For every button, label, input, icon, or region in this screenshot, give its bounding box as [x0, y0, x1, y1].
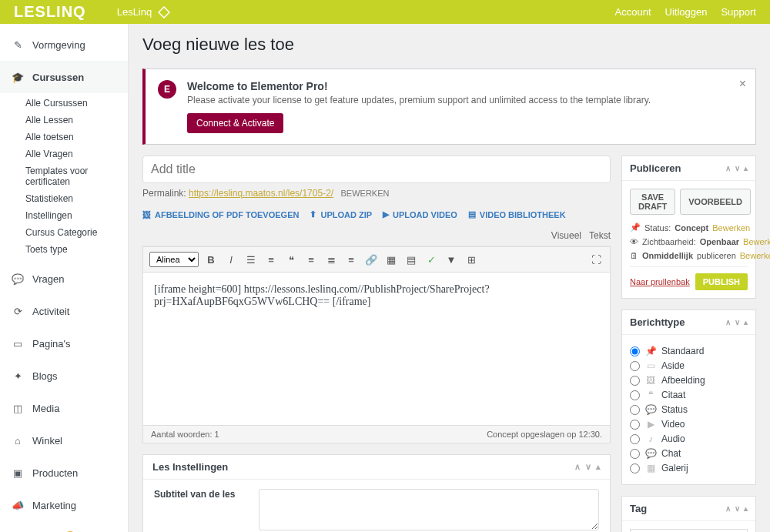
sidebar-item-media[interactable]: ◫Media	[0, 392, 128, 424]
format-quote[interactable]	[630, 390, 640, 400]
sidebar-item-producten[interactable]: ▣Producten	[0, 457, 128, 489]
status-icon: 💬	[644, 403, 657, 416]
sidebar-item-vormgeving[interactable]: ✎ Vormgeving	[0, 28, 128, 61]
schedule-edit[interactable]: Bewerken	[740, 251, 770, 260]
pin-format-icon: 📌	[644, 345, 657, 357]
format-gallery[interactable]	[630, 463, 640, 473]
account-link[interactable]: Account	[615, 6, 651, 18]
format-standard[interactable]	[630, 346, 640, 356]
upload-icon: ⬆	[310, 209, 316, 219]
audio-icon: ♪	[644, 433, 657, 445]
permalink-url[interactable]: https://leslinq.maatos.nl/les/1705-2/	[189, 188, 333, 199]
trash-link[interactable]: Naar prullenbak	[630, 277, 690, 286]
preview-button[interactable]: VOORBEELD	[680, 189, 751, 215]
publish-button[interactable]: PUBLISH	[695, 273, 748, 290]
panel-up-icon[interactable]: ∧	[574, 462, 581, 472]
add-media-button[interactable]: 🖼AFBEELDING OF PDF TOEVOEGEN	[142, 210, 299, 219]
product-icon: ▣	[11, 466, 25, 480]
pin-icon: ✦	[11, 369, 25, 383]
format-aside[interactable]	[630, 361, 640, 371]
lesson-settings-title: Les Instellingen	[152, 461, 228, 473]
sidebar-item-winkel[interactable]: ⌂Winkel	[0, 424, 128, 457]
permalink-label: Permalink:	[142, 188, 186, 199]
permalink-edit[interactable]: BEWERKEN	[340, 189, 389, 198]
photo-icon: 🖼	[644, 374, 657, 386]
visibility-edit[interactable]: Bewerken	[743, 237, 770, 246]
logout-link[interactable]: Uitloggen	[665, 6, 708, 18]
megaphone-icon: 📣	[11, 498, 25, 512]
media-icon: ◫	[11, 401, 25, 415]
tab-visual[interactable]: Visueel	[551, 230, 581, 241]
format-image[interactable]	[630, 376, 640, 386]
ol-button[interactable]: ≡	[263, 252, 279, 267]
sidebar-item-vragen[interactable]: 💬Vragen	[0, 263, 128, 295]
videof-icon: ▶	[644, 418, 657, 430]
tag-input[interactable]	[630, 529, 748, 532]
format-status[interactable]	[630, 405, 640, 415]
sidebar-item-activiteit[interactable]: ⟳Activiteit	[0, 295, 128, 327]
sidebar-item-seo[interactable]: 🔍SEO3	[0, 521, 128, 532]
diamond-icon	[158, 6, 170, 18]
upload-zip-button[interactable]: ⬆UPLOAD ZIP	[310, 209, 372, 219]
save-draft-button[interactable]: SAVE DRAFT	[630, 189, 675, 215]
sidebar-sub-templates[interactable]: Templates voor certificaten	[0, 162, 128, 190]
format-video[interactable]	[630, 420, 640, 430]
quote-icon: ❝	[644, 389, 657, 401]
brand-link[interactable]: LesLinq	[117, 6, 171, 18]
graduation-icon: 🎓	[11, 70, 25, 84]
insert-button[interactable]: ▦	[383, 252, 399, 267]
page-icon: ▭	[11, 336, 25, 350]
subtitle-textarea[interactable]	[259, 489, 599, 530]
format-audio[interactable]	[630, 434, 640, 444]
calendar-icon: 🗓	[630, 251, 638, 260]
status-edit[interactable]: Bewerken	[712, 223, 750, 233]
sidebar-item-marketing[interactable]: 📣Marketing	[0, 489, 128, 521]
editor-textarea[interactable]: [iframe height=600] https://lessons.lesl…	[142, 272, 611, 426]
sidebar-sub-alle-toetsen[interactable]: Alle toetsen	[0, 129, 128, 146]
video-icon: ▶	[383, 209, 389, 219]
sidebar-sub-alle-cursussen[interactable]: Alle Cursussen	[0, 95, 128, 112]
more-dropdown[interactable]: ▼	[444, 252, 459, 267]
upload-video-button[interactable]: ▶UPLOAD VIDEO	[383, 209, 457, 219]
shortcode-button[interactable]: ✓	[424, 252, 439, 267]
sidebar-sub-alle-lessen[interactable]: Alle Lessen	[0, 112, 128, 129]
sidebar-item-paginas[interactable]: ▭Pagina's	[0, 327, 128, 360]
connect-activate-button[interactable]: Connect & Activate	[187, 113, 283, 133]
sidebar-sub-instellingen[interactable]: Instellingen	[0, 207, 128, 224]
subtitle-label: Subtitel van de les	[154, 489, 246, 500]
format-chat[interactable]	[630, 449, 640, 459]
sidebar-sub-toets-type[interactable]: Toets type	[0, 241, 128, 258]
panel-toggle-icon[interactable]: ▴	[596, 462, 601, 472]
close-icon[interactable]: ×	[739, 77, 746, 91]
quote-button[interactable]: ❝	[283, 252, 299, 267]
format-select[interactable]: Alinea	[149, 252, 199, 267]
store-icon: ⌂	[11, 433, 25, 447]
align-left-button[interactable]: ≡	[303, 252, 319, 267]
link-button[interactable]: 🔗	[363, 252, 379, 267]
title-input[interactable]	[142, 156, 611, 183]
logo[interactable]: LESLINQ	[14, 3, 86, 21]
video-library-button[interactable]: ▤VIDEO BIBLIOTHEEK	[468, 209, 566, 219]
align-center-button[interactable]: ≣	[323, 252, 339, 267]
grid-button[interactable]: ⊞	[464, 252, 479, 267]
publish-title: Publiceren	[630, 162, 681, 174]
sidebar: ✎ Vormgeving 🎓 Cursussen Alle Cursussen …	[0, 24, 129, 532]
tag-title: Tag	[630, 503, 647, 514]
sidebar-sub-categorie[interactable]: Cursus Categorie	[0, 224, 128, 241]
tab-text[interactable]: Tekst	[589, 230, 611, 241]
sidebar-item-cursussen[interactable]: 🎓 Cursussen	[0, 61, 128, 93]
fullscreen-button[interactable]: ⛶	[588, 252, 604, 267]
italic-button[interactable]: I	[223, 252, 239, 267]
sidebar-item-blogs[interactable]: ✦Blogs	[0, 360, 128, 392]
bold-button[interactable]: B	[203, 252, 219, 267]
support-link[interactable]: Support	[721, 6, 756, 18]
align-right-button[interactable]: ≡	[343, 252, 359, 267]
notice-body: Please activate your license to get feat…	[187, 95, 651, 105]
activity-icon: ⟳	[11, 304, 25, 318]
ul-button[interactable]: ☰	[243, 252, 259, 267]
sidebar-sub-alle-vragen[interactable]: Alle Vragen	[0, 146, 128, 162]
panel-down-icon[interactable]: ∨	[585, 462, 591, 472]
gallery-icon: ▦	[644, 462, 657, 474]
readmore-button[interactable]: ▤	[403, 252, 419, 267]
sidebar-sub-statistieken[interactable]: Statistieken	[0, 190, 128, 207]
